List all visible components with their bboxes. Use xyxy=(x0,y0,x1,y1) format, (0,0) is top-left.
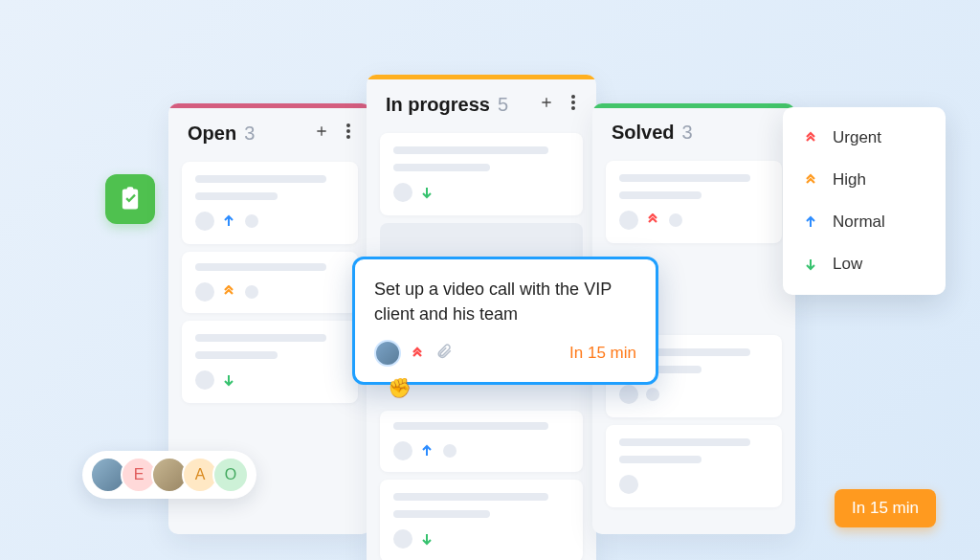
member-avatar[interactable]: O xyxy=(212,457,249,493)
more-vertical-icon xyxy=(571,95,575,110)
priority-normal-icon xyxy=(420,444,435,458)
placeholder-dot xyxy=(646,388,659,401)
placeholder-line xyxy=(393,493,548,501)
avatar-placeholder xyxy=(393,529,412,549)
placeholder-line xyxy=(195,175,326,183)
priority-urgent-icon xyxy=(646,213,661,227)
placeholder-dot xyxy=(245,214,258,228)
avatar-strip[interactable]: E A O xyxy=(82,451,256,499)
priority-normal-icon xyxy=(222,214,237,228)
placeholder-line xyxy=(393,164,490,171)
placeholder-line xyxy=(393,510,490,518)
plus-icon xyxy=(539,95,554,110)
avatar-placeholder xyxy=(619,475,638,494)
svg-point-0 xyxy=(346,123,350,127)
add-task-button[interactable] xyxy=(537,93,556,116)
legend-item-normal[interactable]: Normal xyxy=(783,201,946,243)
placeholder-line xyxy=(195,192,278,200)
priority-urgent-icon xyxy=(411,347,426,360)
priority-normal-icon xyxy=(804,215,819,229)
priority-low-icon xyxy=(420,532,435,546)
placeholder-line xyxy=(195,263,326,271)
legend-label: Urgent xyxy=(833,128,881,147)
time-badge: In 15 min xyxy=(835,489,936,527)
column-title: Solved xyxy=(612,122,675,144)
task-due: In 15 min xyxy=(569,344,636,363)
task-card[interactable] xyxy=(606,425,782,507)
legend-item-high[interactable]: High xyxy=(783,159,946,201)
legend-label: Normal xyxy=(833,213,885,232)
placeholder-line xyxy=(619,438,750,446)
avatar-placeholder xyxy=(195,212,214,231)
svg-point-5 xyxy=(571,106,575,110)
priority-low-icon xyxy=(222,373,237,387)
column-more-button[interactable] xyxy=(345,122,352,145)
task-card[interactable] xyxy=(380,411,583,472)
placeholder-line xyxy=(195,334,326,342)
plus-icon xyxy=(314,123,329,139)
task-card[interactable] xyxy=(380,480,583,560)
task-card[interactable] xyxy=(606,161,782,243)
legend-label: High xyxy=(833,170,866,190)
placeholder-line xyxy=(195,351,278,359)
svg-point-1 xyxy=(346,129,350,133)
featured-task-card[interactable]: Set up a video call with the VIP client … xyxy=(352,257,658,385)
placeholder-dot xyxy=(245,285,258,299)
task-card[interactable] xyxy=(182,252,358,313)
assignee-avatar[interactable] xyxy=(374,340,401,367)
priority-high-icon xyxy=(222,285,237,299)
priority-urgent-icon xyxy=(804,131,819,145)
priority-legend: Urgent High Normal Low xyxy=(783,107,946,295)
placeholder-line xyxy=(393,146,548,154)
add-task-button[interactable] xyxy=(312,122,331,145)
task-card[interactable] xyxy=(380,133,583,215)
placeholder-line xyxy=(393,422,548,430)
svg-point-2 xyxy=(346,135,350,139)
priority-low-icon xyxy=(804,258,819,271)
legend-label: Low xyxy=(833,255,862,274)
cursor-grab-icon: ✊ xyxy=(388,376,412,399)
column-title: Open xyxy=(188,123,236,145)
column-more-button[interactable] xyxy=(569,93,577,116)
task-title: Set up a video call with the VIP client … xyxy=(374,277,636,326)
app-icon xyxy=(105,174,155,224)
priority-high-icon xyxy=(804,173,819,187)
column-count: 3 xyxy=(682,122,693,144)
placeholder-dot xyxy=(669,213,682,227)
task-card[interactable] xyxy=(182,162,358,244)
placeholder-line xyxy=(619,191,702,199)
placeholder-line xyxy=(619,456,702,463)
avatar-placeholder xyxy=(619,211,638,230)
attachment-icon[interactable] xyxy=(435,343,453,364)
avatar-placeholder xyxy=(619,385,638,404)
column-title: In progress xyxy=(386,94,490,116)
avatar-placeholder xyxy=(195,282,214,302)
legend-item-low[interactable]: Low xyxy=(783,243,946,285)
placeholder-dot xyxy=(443,444,457,458)
priority-low-icon xyxy=(420,186,435,199)
placeholder-line xyxy=(619,174,750,182)
column-count: 3 xyxy=(244,123,255,145)
clipboard-check-icon xyxy=(117,186,144,213)
column-count: 5 xyxy=(498,94,508,116)
task-card[interactable] xyxy=(182,321,358,403)
avatar-placeholder xyxy=(393,441,412,460)
avatar-placeholder xyxy=(393,183,412,202)
legend-item-urgent[interactable]: Urgent xyxy=(783,117,946,159)
more-vertical-icon xyxy=(346,123,350,139)
svg-point-3 xyxy=(571,95,575,99)
svg-point-4 xyxy=(571,101,575,104)
avatar-placeholder xyxy=(195,370,214,390)
